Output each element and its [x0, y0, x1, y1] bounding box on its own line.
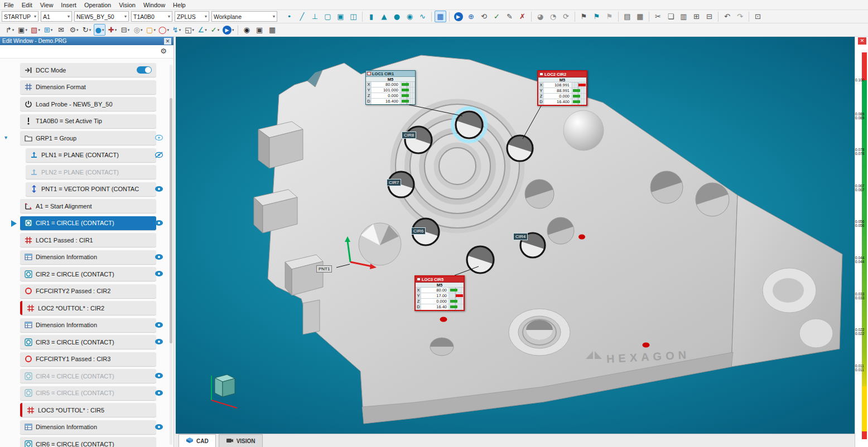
square-slot-feature-icon[interactable]: ▣	[335, 11, 346, 22]
edit-item-dcc-mode[interactable]: DCC Mode	[20, 63, 156, 77]
startup-select[interactable]: STARTUP▾	[2, 11, 38, 22]
feature-tag-pnt1[interactable]: PNT1	[316, 265, 332, 273]
curve-jump-icon[interactable]: ↯▾	[171, 24, 182, 36]
bookmark-icon[interactable]: ⚑	[578, 11, 590, 22]
edit-item-a1-start-alignment[interactable]: A1 = Start Alignment	[20, 199, 156, 213]
dimension-table-loc3-cir5[interactable]: LOC3 CIR5M5X80.00Y17.00Z0.000D16.40	[414, 275, 465, 311]
eye-solid-icon[interactable]	[155, 270, 163, 278]
camera-icon[interactable]: ◉	[241, 24, 253, 36]
menu-file[interactable]: File	[0, 0, 18, 10]
feature-tag-cir6[interactable]: CIR6	[411, 227, 426, 235]
workplane-icon[interactable]: ▢▾	[145, 24, 157, 36]
execute-program-icon[interactable]: ▶	[452, 11, 464, 22]
tree-expand-icon[interactable]: ▾	[4, 134, 7, 140]
edit-item-loc2-outtol-cir2[interactable]: LOC2 *OUTTOL* : CIR2	[20, 301, 156, 315]
cylinder-feature-icon[interactable]: ▮	[365, 11, 377, 22]
feature-tag-cir4[interactable]: CIR4	[513, 233, 528, 240]
edit-item-pln2-plane-contact[interactable]: PLN2 = PLANE (CONTACT)	[26, 165, 156, 179]
wireframe-view-icon[interactable]: ◔	[547, 11, 559, 22]
eye-solid-icon[interactable]	[155, 322, 163, 329]
menu-edit[interactable]: Edit	[18, 0, 36, 10]
mini-routine-icon[interactable]: ⟲	[478, 11, 490, 22]
dimension-table-loc1-cir1[interactable]: LOC1 CIR1M5X80.000Y101.000Z0.000D16.400	[365, 70, 416, 105]
print-icon[interactable]: ⊡	[752, 11, 764, 22]
bookmark-clear-icon[interactable]: ⚑	[604, 11, 615, 22]
menu-vision[interactable]: Vision	[115, 0, 139, 10]
workplane-select[interactable]: Workplane▾	[211, 11, 277, 22]
graphics-viewport[interactable]: HEXAGON CIR8CIR7CIR6CIR4PNT1LOC1 CIR1M5X…	[176, 37, 855, 434]
probe-options-icon[interactable]: ⚙▾	[68, 24, 80, 36]
feature-tag-cir7[interactable]: CIR7	[387, 179, 401, 186]
menu-insert[interactable]: Insert	[57, 0, 80, 10]
edit-item-dimension-information[interactable]: Dimension Information	[20, 420, 156, 434]
edit-item-cir4-circle-contact[interactable]: CIR4 = CIRCLE (CONTACT)	[20, 369, 156, 383]
sphere-feature-icon[interactable]: ●	[391, 11, 403, 22]
report-window-icon[interactable]: ▤	[621, 11, 633, 22]
view-cube[interactable]	[211, 375, 237, 408]
dimension-table-loc2-cir2[interactable]: LOC2 CIR2M5X108.991Y88.991Z0.000D16.400	[537, 70, 587, 106]
edit-item-cir3-circle-contact[interactable]: CIR3 = CIRCLE (CONTACT)	[20, 335, 156, 349]
eye-solid-icon[interactable]	[155, 424, 163, 431]
cad-model-icon[interactable]: ▧▾	[30, 24, 41, 36]
edit-item-loc3-outtol-cir5[interactable]: LOC3 *OUTTOL* : CIR5	[20, 403, 156, 417]
edit-item-dimension-information[interactable]: Dimension Information	[20, 250, 156, 264]
rotate-view-icon[interactable]: ↻▾	[81, 24, 93, 36]
redo-icon[interactable]: ↷	[734, 11, 746, 22]
menu-window[interactable]: Window	[139, 0, 169, 10]
round-slot-feature-icon[interactable]: ▢	[322, 11, 334, 22]
gear-icon[interactable]: ⚙	[160, 47, 167, 55]
tab-cad[interactable]: CAD	[179, 434, 216, 447]
angle-dimension-icon[interactable]: ∠▾	[196, 24, 208, 36]
mark-used-icon[interactable]: ✓	[491, 11, 503, 22]
live-image-icon[interactable]: ▦	[267, 24, 278, 36]
edit-item-fcfcirty1-passed-cir3[interactable]: FCFCIRTY1 Passed : CIR3	[20, 352, 156, 366]
edit-item-cir1-circle-contact[interactable]: CIR1 = CIRCLE (CONTACT)	[20, 216, 156, 230]
edit-item-load-probe-new5-by-50[interactable]: Load Probe - NEW5_BY_50	[20, 97, 156, 111]
dcc-mode-toggle[interactable]	[137, 66, 152, 74]
undo-icon[interactable]: ↶	[721, 11, 733, 22]
edit-item-loc1-passed-cir1[interactable]: LOC1 Passed : CIR1	[20, 233, 156, 247]
menu-view[interactable]: View	[36, 0, 57, 10]
eye-solid-icon[interactable]	[155, 372, 163, 380]
edit-window-titlebar[interactable]: Edit Window - Demo.PRG ✕	[0, 37, 173, 45]
probe-file-select[interactable]: NEW5_BY_50▾	[74, 11, 129, 22]
edit-markings-icon[interactable]: ✎	[504, 11, 515, 22]
regenerate-icon[interactable]: ⟳	[560, 11, 572, 22]
view-setup-icon[interactable]: ◱▾	[184, 24, 195, 36]
eye-solid-icon[interactable]	[155, 186, 163, 193]
alignment-select[interactable]: A1▾	[41, 11, 72, 22]
graphics-close-icon[interactable]: ✕	[858, 37, 866, 45]
plane-feature-icon[interactable]: ⊥	[309, 11, 321, 22]
edit-item-pln1-plane-contact[interactable]: PLN1 = PLANE (CONTACT)	[26, 148, 156, 162]
probe-vector-icon[interactable]: ✚▾	[107, 24, 118, 36]
paste-icon[interactable]: ▥	[678, 11, 689, 22]
edit-item-cir5-circle-contact[interactable]: CIR5 = CIRCLE (CONTACT)	[20, 386, 156, 400]
feature-tag-cir8[interactable]: CIR8	[402, 132, 416, 139]
edit-item-cir6-circle-contact[interactable]: CIR6 = CIRCLE (CONTACT)	[20, 437, 156, 447]
execute-feature-icon[interactable]: ⊕	[465, 11, 477, 22]
eye-solid-icon[interactable]	[155, 220, 163, 227]
cad-surface-icon[interactable]: ◎▾	[132, 24, 144, 36]
translate-mode-icon[interactable]: ↱▾	[4, 24, 16, 36]
edit-item-grp1-group[interactable]: GRP1 = Group	[20, 131, 156, 145]
edit-window-close-icon[interactable]: ✕	[164, 38, 171, 45]
scrollbar-thumb[interactable]	[170, 98, 172, 343]
eye-solid-icon[interactable]	[155, 338, 163, 346]
menu-operation[interactable]: Operation	[80, 0, 115, 10]
solid-view-icon[interactable]: ◕	[534, 11, 546, 22]
cone-feature-icon[interactable]: ▲	[378, 11, 390, 22]
circle-select-icon[interactable]: ◯▾	[158, 24, 170, 36]
eye-solid-icon[interactable]	[155, 390, 163, 397]
insert-pattern-icon[interactable]: ⊞	[691, 11, 702, 22]
verify-icon[interactable]: ✓▾	[209, 24, 221, 36]
report-template-icon[interactable]: ▦	[634, 11, 646, 22]
zoom-window-icon[interactable]: ⊞▾	[42, 24, 54, 36]
edit-item-t1a0b0-set-active-tip[interactable]: T1A0B0 = Set Active Tip	[20, 114, 156, 128]
line-feature-icon[interactable]: ╱	[296, 11, 308, 22]
edit-item-dimension-format[interactable]: Dimension Format	[20, 80, 156, 94]
curve-feature-icon[interactable]: ∿	[417, 11, 428, 22]
edit-window-scrollbar[interactable]	[170, 65, 172, 445]
circle-feature-icon[interactable]: ◉	[404, 11, 416, 22]
eye-solid-icon[interactable]	[155, 254, 163, 261]
edit-pattern-icon[interactable]: ⊟	[703, 11, 715, 22]
